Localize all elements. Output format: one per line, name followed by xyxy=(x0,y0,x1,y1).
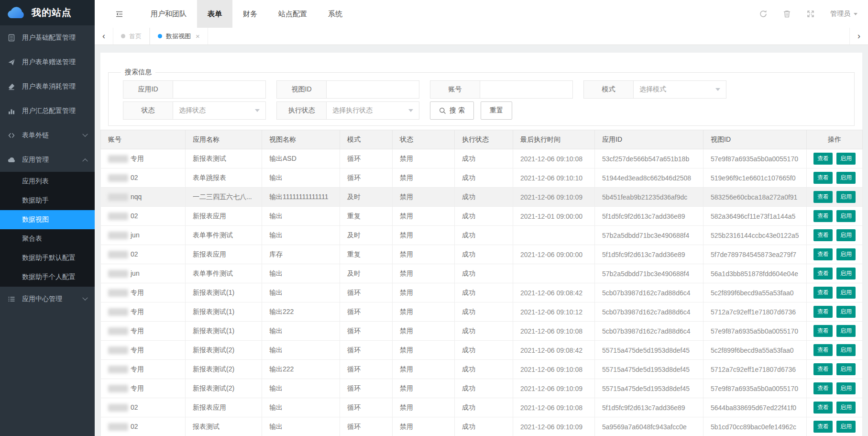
view-button[interactable]: 查看 xyxy=(813,363,833,375)
enable-button[interactable]: 启用 xyxy=(836,287,856,299)
view-button[interactable]: 查看 xyxy=(813,172,833,184)
status-select[interactable]: 选择状态 xyxy=(173,101,266,120)
last-time-cell xyxy=(513,264,595,283)
sidebar-item-user-form-gift[interactable]: 用户表单赠送管理 xyxy=(0,50,95,74)
col-exec-status: 执行状态 xyxy=(455,130,513,149)
reset-button[interactable]: 重置 xyxy=(481,101,512,120)
search-icon xyxy=(439,107,446,114)
view-button[interactable]: 查看 xyxy=(813,402,833,414)
table-row: jun表单事件测试输出及时禁用成功57b2a5dbdd71bc3e490688f… xyxy=(101,226,863,245)
view-button[interactable]: 查看 xyxy=(813,268,833,279)
account-cell: 专用 xyxy=(101,341,186,360)
cloud-icon xyxy=(8,156,16,164)
enable-button[interactable]: 启用 xyxy=(836,268,856,279)
view-button[interactable]: 查看 xyxy=(813,153,833,165)
mode-select[interactable]: 选择模式 xyxy=(634,80,726,99)
submenu-item-app-list[interactable]: 应用列表 xyxy=(0,172,95,191)
table-row: 专用新报表测试输出ASD循环禁用成功2021-12-06 09:10:0853c… xyxy=(101,149,863,168)
header-actions: 管理员 xyxy=(759,0,868,28)
enable-button[interactable]: 启用 xyxy=(836,172,856,184)
account-label: 账号 xyxy=(430,80,480,99)
exec-status-cell: 成功 xyxy=(455,417,513,436)
tab-site-config[interactable]: 站点配置 xyxy=(268,0,318,28)
tabbar-forward-icon[interactable]: › xyxy=(849,28,868,45)
enable-button[interactable]: 启用 xyxy=(836,382,856,394)
sidebar-item-app-management[interactable]: 应用管理 xyxy=(0,147,95,172)
logo[interactable]: 我的站点 xyxy=(0,0,95,25)
enable-button[interactable]: 启用 xyxy=(836,229,856,241)
exec-status-cell: 成功 xyxy=(455,188,513,207)
last-time-cell: 2021-12-06 09:08:42 xyxy=(513,283,595,302)
enable-button[interactable]: 启用 xyxy=(836,363,856,375)
submenu-item-data-view[interactable]: 数据视图 xyxy=(0,210,95,229)
actions-cell: 查看启用 xyxy=(807,379,863,398)
submenu-item-data-helper[interactable]: 数据助手 xyxy=(0,191,95,210)
page-tab-data-view[interactable]: 数据视图 × xyxy=(150,28,208,45)
sidebar-item-user-form-consume[interactable]: 用户表单消耗管理 xyxy=(0,74,95,99)
mode-cell: 及时 xyxy=(340,226,393,245)
exec-status-cell: 成功 xyxy=(455,264,513,283)
tabbar-back-icon[interactable]: ‹ xyxy=(95,28,113,45)
enable-button[interactable]: 启用 xyxy=(836,306,856,318)
view-id-label: 视图ID xyxy=(276,80,327,99)
search-button[interactable]: 搜 索 xyxy=(430,101,474,120)
view-button[interactable]: 查看 xyxy=(813,325,833,337)
exec-status-select[interactable]: 选择执行状态 xyxy=(327,101,419,120)
submenu-item-aggregate-table[interactable]: 聚合表 xyxy=(0,229,95,248)
account-cell: 专用 xyxy=(101,149,186,168)
fullscreen-icon[interactable] xyxy=(806,10,815,18)
account-input[interactable] xyxy=(480,80,573,99)
exec-status-cell: 成功 xyxy=(455,168,513,188)
view-button[interactable]: 查看 xyxy=(813,382,833,394)
table-row: 02表单跳报表输出循环禁用成功2021-12-06 09:10:1051944e… xyxy=(101,168,863,188)
view-button[interactable]: 查看 xyxy=(813,248,833,260)
tab-users-teams[interactable]: 用户和团队 xyxy=(140,0,197,28)
view-button[interactable]: 查看 xyxy=(813,306,833,318)
view-button[interactable]: 查看 xyxy=(813,421,833,433)
app-id-cell: 55715a475de5d1953d8def45 xyxy=(595,341,703,360)
app-id-input[interactable] xyxy=(173,80,266,99)
enable-button[interactable]: 启用 xyxy=(836,402,856,414)
status-cell: 禁用 xyxy=(393,149,455,168)
last-time-cell: 2021-12-06 09:08:42 xyxy=(513,341,595,360)
mode-field-group: 模式 选择模式 xyxy=(583,80,726,99)
enable-button[interactable]: 启用 xyxy=(836,344,856,356)
close-icon[interactable]: × xyxy=(196,32,200,40)
tab-finance[interactable]: 财务 xyxy=(232,0,268,28)
actions-cell: 查看启用 xyxy=(807,188,863,207)
user-menu[interactable]: 管理员 xyxy=(830,10,857,18)
tab-system[interactable]: 系统 xyxy=(318,0,353,28)
tab-dot-icon xyxy=(121,34,125,38)
sidebar-item-user-basic-config[interactable]: 用户基础配置管理 xyxy=(0,25,95,50)
view-id-cell: 5b1cd70cc89bac0efe14962c xyxy=(703,417,807,436)
sidebar-item-app-center-management[interactable]: 应用中心管理 xyxy=(0,287,95,311)
enable-button[interactable]: 启用 xyxy=(836,421,856,433)
enable-button[interactable]: 启用 xyxy=(836,210,856,222)
view-id-input[interactable] xyxy=(327,80,419,99)
exec-status-cell: 成功 xyxy=(455,226,513,245)
table-row: 专用新报表测试(1)输出222循环禁用成功2021-12-06 09:10:12… xyxy=(101,302,863,322)
sidebar-collapse-icon[interactable] xyxy=(115,0,124,28)
last-time-cell: 2021-12-01 09:00:00 xyxy=(513,207,595,226)
sidebar-item-label: 用户汇总配置管理 xyxy=(22,107,76,115)
view-button[interactable]: 查看 xyxy=(813,344,833,356)
submenu-item-data-helper-default-config[interactable]: 数据助手默认配置 xyxy=(0,248,95,268)
enable-button[interactable]: 启用 xyxy=(836,153,856,165)
enable-button[interactable]: 启用 xyxy=(836,248,856,260)
enable-button[interactable]: 启用 xyxy=(836,191,856,203)
trash-icon[interactable] xyxy=(783,10,791,18)
actions-cell: 查看启用 xyxy=(807,302,863,322)
refresh-icon[interactable] xyxy=(759,10,768,18)
view-button[interactable]: 查看 xyxy=(813,287,833,299)
sidebar-item-form-external-link[interactable]: 表单外链 xyxy=(0,123,95,147)
view-button[interactable]: 查看 xyxy=(813,210,833,222)
page-tab-home[interactable]: 首页 xyxy=(113,28,150,45)
enable-button[interactable]: 启用 xyxy=(836,325,856,337)
submenu-item-data-helper-personal-config[interactable]: 数据助手个人配置 xyxy=(0,268,95,287)
sidebar-item-label: 用户表单消耗管理 xyxy=(22,82,76,91)
tab-forms[interactable]: 表单 xyxy=(197,0,232,28)
view-button[interactable]: 查看 xyxy=(813,229,833,241)
user-menu-label: 管理员 xyxy=(830,10,850,18)
view-button[interactable]: 查看 xyxy=(813,191,833,203)
sidebar-item-user-summary-config[interactable]: 用户汇总配置管理 xyxy=(0,99,95,123)
